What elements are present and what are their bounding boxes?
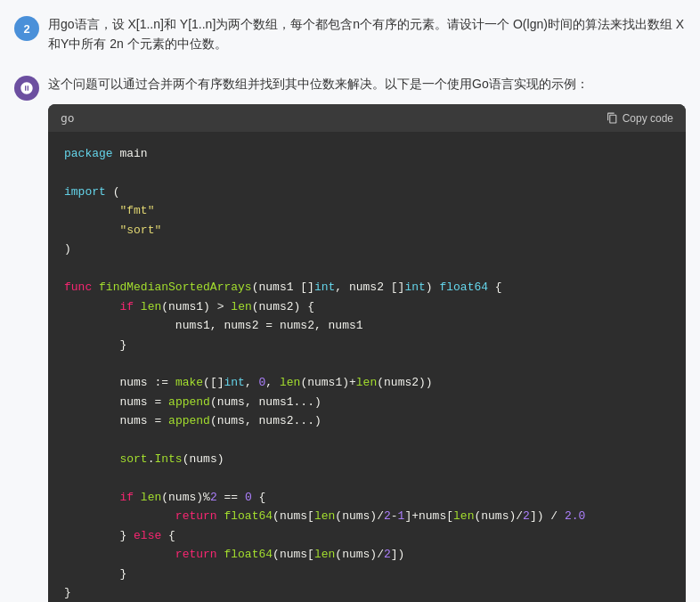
answer-block: 这个问题可以通过合并两个有序数组并找到其中位数来解决。以下是一个使用Go语言实现… <box>14 74 686 602</box>
code-header: go Copy code <box>48 104 686 132</box>
answer-content: 这个问题可以通过合并两个有序数组并找到其中位数来解决。以下是一个使用Go语言实现… <box>48 74 686 602</box>
code-block: go Copy code package main import ( "fmt"… <box>48 104 686 602</box>
question-text: 用go语言，设 X[1..n]和 Y[1..n]为两个数组，每个都包含n个有序的… <box>48 14 686 54</box>
code-body: package main import ( "fmt" "sort" ) fun… <box>48 132 686 602</box>
copy-button[interactable]: Copy code <box>606 112 673 125</box>
copy-icon <box>606 112 618 124</box>
bot-icon <box>20 81 34 95</box>
answer-text: 这个问题可以通过合并两个有序数组并找到其中位数来解决。以下是一个使用Go语言实现… <box>48 74 686 94</box>
copy-label: Copy code <box>623 112 673 125</box>
bot-avatar <box>14 76 39 101</box>
question-block: 2 用go语言，设 X[1..n]和 Y[1..n]为两个数组，每个都包含n个有… <box>14 11 686 58</box>
code-language: go <box>61 111 75 125</box>
code-pre: package main import ( "fmt" "sort" ) fun… <box>64 144 670 602</box>
user-avatar: 2 <box>14 16 39 41</box>
